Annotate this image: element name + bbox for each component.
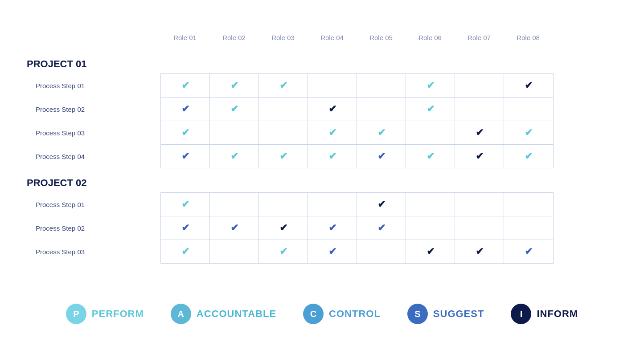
- role-header-cell: Role 08: [504, 30, 553, 45]
- checkmark-icon: ✔: [525, 246, 533, 257]
- matrix-cell: ✔: [259, 240, 308, 263]
- checkmark-icon: ✔: [377, 222, 386, 234]
- row-cells: ✔✔✔✔✔✔✔✔: [160, 145, 554, 168]
- legend-icon-inform: I: [511, 304, 531, 324]
- matrix-cell: [259, 121, 308, 144]
- checkmark-icon: ✔: [279, 222, 287, 234]
- checkmark-icon: ✔: [525, 127, 533, 138]
- project-label-1: PROJECT 01: [27, 58, 617, 70]
- legend-item-inform: IINFORM: [511, 304, 578, 324]
- checkmark-icon: ✔: [427, 80, 435, 91]
- matrix-cell: ✔: [504, 74, 553, 97]
- legend-item-suggest: SSUGGEST: [407, 304, 484, 324]
- table-row: Process Step 01✔✔: [27, 192, 617, 216]
- matrix-cell: ✔: [504, 240, 553, 263]
- matrix-cell: [406, 193, 455, 216]
- matrix-cell: [210, 193, 259, 216]
- matrix-cell: ✔: [259, 145, 308, 168]
- matrix-cell: ✔: [455, 240, 504, 263]
- checkmark-icon: ✔: [230, 222, 238, 234]
- matrix-cell: [357, 240, 406, 263]
- legend-label-suggest: SUGGEST: [433, 308, 484, 320]
- matrix-cell: ✔: [406, 240, 455, 263]
- matrix-cell: [504, 216, 553, 240]
- matrix-cell: [357, 98, 406, 121]
- matrix-cell: [455, 98, 504, 121]
- checkmark-icon: ✔: [377, 199, 386, 210]
- table-row: Process Step 03✔✔✔✔✔✔: [27, 240, 617, 264]
- matrix-cell: ✔: [210, 74, 259, 97]
- checkmark-icon: ✔: [181, 127, 189, 138]
- matrix-cell: [455, 74, 504, 97]
- table-row: Process Step 02✔✔✔✔✔: [27, 216, 617, 240]
- project-label-2: PROJECT 02: [27, 177, 617, 189]
- checkmark-icon: ✔: [476, 246, 484, 257]
- row-cells: ✔✔✔✔: [160, 98, 554, 121]
- table-row: Process Step 03✔✔✔✔✔: [27, 121, 617, 145]
- checkmark-icon: ✔: [181, 80, 189, 91]
- checkmark-icon: ✔: [427, 150, 435, 162]
- legend-icon-perform: P: [66, 304, 86, 324]
- legend-item-control: CCONTROL: [303, 304, 381, 324]
- matrix-cell: [308, 74, 357, 97]
- matrix-cell: ✔: [161, 240, 210, 263]
- row-cells: ✔✔✔✔✔: [160, 216, 554, 240]
- row-label: Process Step 02: [27, 106, 160, 113]
- legend-item-accountable: AACCOUNTABLE: [171, 304, 276, 324]
- matrix-cell: [210, 240, 259, 263]
- project-rows-2: Process Step 01✔✔Process Step 02✔✔✔✔✔Pro…: [27, 192, 617, 264]
- checkmark-icon: ✔: [181, 246, 189, 257]
- checkmark-icon: ✔: [476, 150, 484, 162]
- checkmark-icon: ✔: [181, 222, 189, 234]
- project-block-2: PROJECT 02Process Step 01✔✔Process Step …: [27, 177, 617, 264]
- matrix-cell: ✔: [357, 216, 406, 240]
- checkmark-icon: ✔: [181, 150, 189, 162]
- matrix-cell: ✔: [259, 74, 308, 97]
- matrix-cell: [259, 193, 308, 216]
- matrix-cell: ✔: [406, 98, 455, 121]
- checkmark-icon: ✔: [377, 150, 386, 162]
- legend-icon-accountable: A: [171, 304, 191, 324]
- checkmark-icon: ✔: [328, 246, 336, 257]
- legend-label-control: CONTROL: [329, 308, 381, 320]
- checkmark-icon: ✔: [328, 150, 336, 162]
- table-row: Process Step 04✔✔✔✔✔✔✔✔: [27, 145, 617, 168]
- row-cells: ✔✔: [160, 192, 554, 216]
- matrix-cell: [504, 98, 553, 121]
- row-cells: ✔✔✔✔✔✔: [160, 240, 554, 264]
- matrix-cell: ✔: [161, 74, 210, 97]
- matrix-cell: [259, 98, 308, 121]
- role-header-cell: Role 06: [406, 30, 455, 45]
- matrix-cell: ✔: [308, 121, 357, 144]
- matrix-cell: ✔: [504, 145, 553, 168]
- matrix-cell: [210, 121, 259, 144]
- row-label: Process Step 01: [27, 82, 160, 89]
- checkmark-icon: ✔: [279, 150, 287, 162]
- matrix-cell: ✔: [455, 121, 504, 144]
- legend-label-inform: INFORM: [537, 308, 578, 320]
- row-label: Process Step 01: [27, 201, 160, 208]
- role-header-cell: Role 05: [357, 30, 406, 45]
- matrix-cell: [406, 216, 455, 240]
- row-cells: ✔✔✔✔✔: [160, 73, 554, 98]
- legend-icon-control: C: [303, 304, 324, 324]
- checkmark-icon: ✔: [377, 127, 386, 138]
- checkmark-icon: ✔: [525, 150, 533, 162]
- role-header-cell: Role 04: [308, 30, 357, 45]
- checkmark-icon: ✔: [230, 80, 238, 91]
- row-label: Process Step 03: [27, 248, 160, 256]
- matrix-cell: ✔: [308, 216, 357, 240]
- legend-label-accountable: ACCOUNTABLE: [197, 308, 276, 320]
- matrix-cell: ✔: [357, 121, 406, 144]
- legend-icon-suggest: S: [407, 304, 428, 324]
- matrix-cell: ✔: [161, 98, 210, 121]
- checkmark-icon: ✔: [181, 199, 189, 210]
- matrix-cell: [357, 74, 406, 97]
- checkmark-icon: ✔: [476, 127, 484, 138]
- row-label: Process Step 02: [27, 224, 160, 232]
- matrix-cell: [406, 121, 455, 144]
- checkmark-icon: ✔: [525, 80, 533, 91]
- matrix-cell: ✔: [308, 98, 357, 121]
- checkmark-icon: ✔: [427, 103, 435, 115]
- matrix-cell: ✔: [504, 121, 553, 144]
